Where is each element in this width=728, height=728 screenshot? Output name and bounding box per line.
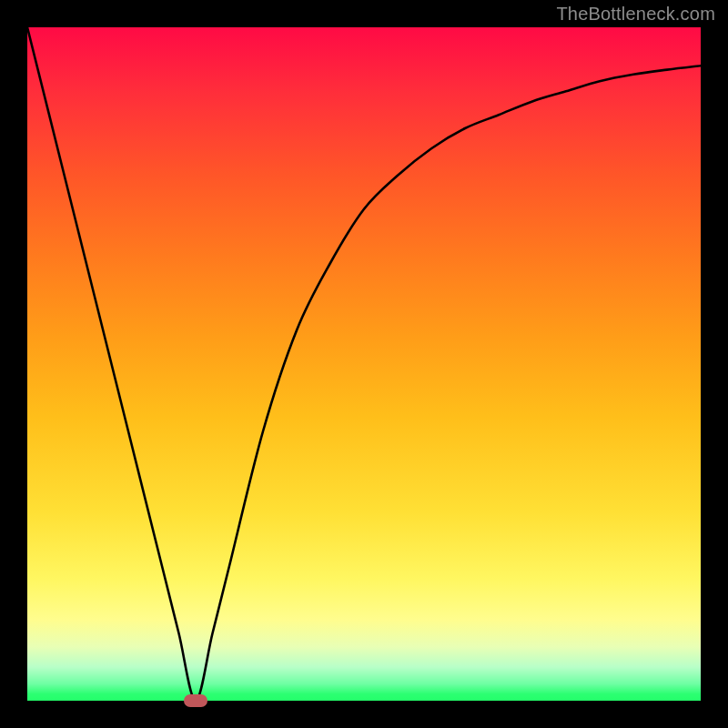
chart-frame: TheBottleneck.com (0, 0, 728, 728)
optimal-marker (184, 694, 207, 707)
bottleneck-curve (27, 27, 701, 701)
watermark-text: TheBottleneck.com (556, 4, 715, 25)
plot-area (27, 27, 701, 701)
curve-svg (27, 27, 701, 701)
